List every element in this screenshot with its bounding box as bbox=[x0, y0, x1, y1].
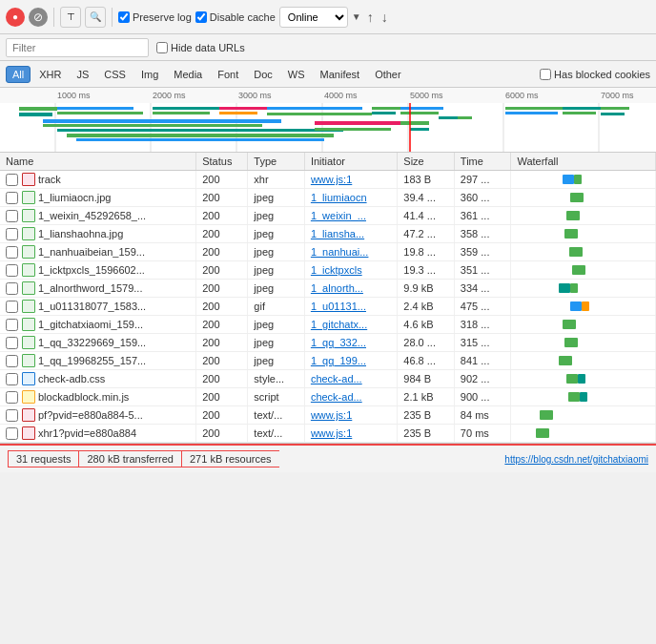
initiator-link[interactable]: www.js:1 bbox=[311, 174, 352, 185]
resources-size[interactable]: 271 kB resources bbox=[181, 450, 279, 467]
row-checkbox[interactable] bbox=[6, 246, 18, 259]
initiator-link[interactable]: 1_u01131... bbox=[311, 301, 366, 312]
initiator-link[interactable]: 1_alnorth... bbox=[311, 282, 363, 294]
table-row[interactable]: 1_liumiaocn.jpg200jpeg1_liumiaocn39.4 ..… bbox=[0, 189, 656, 207]
col-header-time[interactable]: Time bbox=[454, 153, 511, 171]
row-initiator[interactable]: 1_qq_199... bbox=[304, 352, 397, 370]
has-blocked-checkbox[interactable] bbox=[540, 69, 551, 80]
row-initiator[interactable]: www.js:1 bbox=[304, 171, 397, 189]
row-time: 297 ... bbox=[454, 171, 511, 189]
row-initiator[interactable]: 1_nanhuai... bbox=[304, 243, 397, 261]
tab-js[interactable]: JS bbox=[70, 66, 95, 83]
row-checkbox[interactable] bbox=[6, 210, 18, 222]
row-initiator[interactable]: www.js:1 bbox=[304, 406, 397, 425]
row-checkbox[interactable] bbox=[6, 337, 18, 349]
initiator-link[interactable]: 1_icktpxcls bbox=[311, 264, 362, 276]
initiator-link[interactable]: 1_liansha... bbox=[311, 228, 364, 239]
row-initiator[interactable]: 1_liansha... bbox=[304, 225, 397, 243]
col-header-name[interactable]: Name bbox=[0, 153, 196, 171]
table-row[interactable]: 1_alnorthword_1579...200jpeg1_alnorth...… bbox=[0, 280, 656, 298]
tab-img[interactable]: Img bbox=[134, 66, 165, 83]
table-row[interactable]: 1_weixin_45292658_...200jpeg1_weixin_...… bbox=[0, 207, 656, 225]
tab-all[interactable]: All bbox=[6, 66, 31, 83]
table-row[interactable]: 1_nanhuaibeian_159...200jpeg1_nanhuai...… bbox=[0, 243, 656, 261]
network-table-container[interactable]: Name Status Type Initiator Size Time Wat… bbox=[0, 153, 656, 444]
table-row[interactable]: 1_icktpxcls_1596602...200jpeg1_icktpxcls… bbox=[0, 261, 656, 280]
initiator-link[interactable]: 1_weixin_... bbox=[311, 210, 366, 221]
initiator-link[interactable]: 1_liumiaocn bbox=[311, 192, 367, 203]
row-initiator[interactable]: www.js:1 bbox=[304, 425, 397, 443]
row-checkbox[interactable] bbox=[6, 409, 18, 422]
table-row[interactable]: pf?pvid=e880a884-5...200text/...www.js:1… bbox=[0, 406, 656, 425]
tab-font[interactable]: Font bbox=[211, 66, 245, 83]
disable-cache-label[interactable]: Disable cache bbox=[195, 11, 276, 23]
col-header-type[interactable]: Type bbox=[248, 153, 305, 171]
row-initiator[interactable]: 1_alnorth... bbox=[304, 280, 397, 298]
tab-ws[interactable]: WS bbox=[281, 66, 312, 83]
row-checkbox[interactable] bbox=[6, 264, 18, 277]
transferred-size[interactable]: 280 kB transferred bbox=[78, 450, 181, 467]
row-initiator[interactable]: check-ad... bbox=[304, 370, 397, 388]
row-initiator[interactable]: 1_gitchatx... bbox=[304, 316, 397, 334]
requests-count[interactable]: 31 requests bbox=[8, 450, 78, 467]
has-blocked-label[interactable]: Has blocked cookies bbox=[540, 69, 650, 80]
row-checkbox[interactable] bbox=[6, 282, 18, 295]
row-initiator[interactable]: 1_icktpxcls bbox=[304, 261, 397, 280]
tab-media[interactable]: Media bbox=[167, 66, 209, 83]
record-button[interactable]: ● bbox=[6, 8, 25, 27]
row-checkbox[interactable] bbox=[6, 174, 18, 186]
search-button[interactable]: 🔍 bbox=[85, 7, 106, 28]
table-row[interactable]: check-adb.css200style...check-ad...984 B… bbox=[0, 370, 656, 388]
row-initiator[interactable]: check-ad... bbox=[304, 388, 397, 406]
col-header-size[interactable]: Size bbox=[398, 153, 455, 171]
tab-xhr[interactable]: XHR bbox=[32, 66, 68, 83]
hide-data-checkbox[interactable] bbox=[156, 42, 168, 53]
table-row[interactable]: 1_gitchatxiaomi_159...200jpeg1_gitchatx.… bbox=[0, 316, 656, 334]
tab-css[interactable]: CSS bbox=[97, 66, 133, 83]
throttle-select[interactable]: Online Fast 3G Slow 3G Offline bbox=[279, 7, 348, 28]
row-initiator[interactable]: 1_weixin_... bbox=[304, 207, 397, 225]
tab-doc[interactable]: Doc bbox=[247, 66, 279, 83]
table-row[interactable]: 1_qq_19968255_157...200jpeg1_qq_199...46… bbox=[0, 352, 656, 370]
stop-button[interactable]: ⊘ bbox=[29, 8, 48, 27]
status-url[interactable]: https://blog.csdn.net/gitchatxiaomi bbox=[504, 454, 648, 465]
export-button[interactable]: ↓ bbox=[379, 10, 390, 25]
table-row[interactable]: 1_u011318077_1583...200gif1_u01131...2.4… bbox=[0, 298, 656, 316]
col-header-initiator[interactable]: Initiator bbox=[304, 153, 397, 171]
initiator-link[interactable]: 1_qq_332... bbox=[311, 337, 366, 348]
table-row[interactable]: 1_qq_33229669_159...200jpeg1_qq_332...28… bbox=[0, 334, 656, 352]
row-initiator[interactable]: 1_u01131... bbox=[304, 298, 397, 316]
disable-cache-checkbox[interactable] bbox=[195, 11, 207, 23]
row-checkbox[interactable] bbox=[6, 373, 18, 385]
tab-manifest[interactable]: Manifest bbox=[314, 66, 367, 83]
filter-button[interactable]: ⊤ bbox=[60, 7, 81, 28]
col-header-status[interactable]: Status bbox=[196, 153, 248, 171]
initiator-link[interactable]: www.js:1 bbox=[311, 409, 352, 421]
row-checkbox[interactable] bbox=[6, 427, 18, 440]
initiator-link[interactable]: www.js:1 bbox=[311, 427, 352, 439]
row-checkbox[interactable] bbox=[6, 319, 18, 331]
row-initiator[interactable]: 1_liumiaocn bbox=[304, 189, 397, 207]
filter-input[interactable] bbox=[6, 38, 149, 57]
table-row[interactable]: blockadblock.min.js200scriptcheck-ad...2… bbox=[0, 388, 656, 406]
preserve-log-label[interactable]: Preserve log bbox=[118, 11, 192, 23]
preserve-log-checkbox[interactable] bbox=[118, 11, 130, 23]
initiator-link[interactable]: 1_gitchatx... bbox=[311, 319, 367, 330]
hide-data-label[interactable]: Hide data URLs bbox=[156, 42, 245, 53]
initiator-link[interactable]: 1_nanhuai... bbox=[311, 246, 369, 258]
table-row[interactable]: xhr1?pvid=e880a884200text/...www.js:1235… bbox=[0, 425, 656, 443]
tab-other[interactable]: Other bbox=[368, 66, 408, 83]
initiator-link[interactable]: check-ad... bbox=[311, 373, 362, 384]
row-checkbox[interactable] bbox=[6, 301, 18, 313]
row-checkbox[interactable] bbox=[6, 355, 18, 367]
row-initiator[interactable]: 1_qq_332... bbox=[304, 334, 397, 352]
initiator-link[interactable]: 1_qq_199... bbox=[311, 355, 366, 366]
row-checkbox[interactable] bbox=[6, 228, 18, 240]
row-checkbox[interactable] bbox=[6, 391, 18, 404]
row-checkbox[interactable] bbox=[6, 192, 18, 204]
table-row[interactable]: 1_lianshaohna.jpg200jpeg1_liansha...47.2… bbox=[0, 225, 656, 243]
initiator-link[interactable]: check-ad... bbox=[311, 391, 362, 403]
import-button[interactable]: ↑ bbox=[365, 10, 376, 25]
table-row[interactable]: track200xhrwww.js:1183 B297 ... bbox=[0, 171, 656, 189]
col-header-waterfall[interactable]: Waterfall bbox=[511, 153, 656, 171]
